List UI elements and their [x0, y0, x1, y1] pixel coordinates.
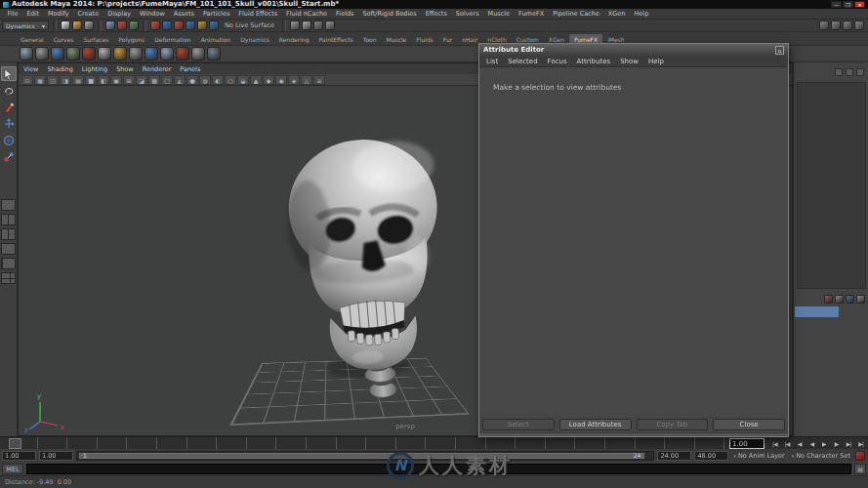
- viewport-toolbar-icon[interactable]: □: [161, 75, 173, 85]
- attribute-editor-menu-item[interactable]: Help: [648, 58, 664, 65]
- shelf-icon-11[interactable]: [176, 47, 189, 61]
- attribute-editor-button[interactable]: Select: [482, 419, 555, 430]
- lasso-tool[interactable]: [1, 83, 17, 98]
- shelf-tab[interactable]: Rendering: [274, 34, 314, 45]
- snap-point-icon[interactable]: [174, 20, 184, 30]
- attribute-editor-button[interactable]: Copy Tab: [637, 419, 709, 430]
- viewport-toolbar-icon[interactable]: ◍: [199, 75, 211, 85]
- channel-box-toggle-icon[interactable]: [843, 20, 852, 30]
- playback-button[interactable]: ▶|: [843, 440, 855, 447]
- animation-end-field[interactable]: [694, 451, 728, 461]
- menu-item[interactable]: Display: [103, 9, 136, 19]
- shelf-tab[interactable]: Animation: [196, 34, 236, 45]
- attribute-editor-menu-item[interactable]: Selected: [508, 58, 537, 65]
- construction-history-icon[interactable]: [290, 20, 300, 30]
- shelf-icon-9[interactable]: [145, 47, 158, 61]
- viewport-toolbar-icon[interactable]: ◧: [98, 75, 109, 85]
- close-button[interactable]: ✕: [854, 1, 865, 8]
- shelf-icon-13[interactable]: [207, 47, 221, 61]
- layer-options-icon[interactable]: [846, 295, 854, 304]
- menu-set-dropdown[interactable]: Dynamics ▾: [2, 20, 49, 30]
- viewport-toolbar-icon[interactable]: ◒: [237, 75, 249, 85]
- menu-item[interactable]: Particles: [198, 9, 233, 19]
- status-divider[interactable]: [53, 20, 57, 31]
- playback-start-field[interactable]: [39, 451, 73, 461]
- viewport-toolbar-icon[interactable]: ◭: [174, 75, 186, 85]
- menu-item[interactable]: Effects: [421, 9, 451, 19]
- new-layer-empty-icon[interactable]: [835, 295, 844, 304]
- character-set-dropdown[interactable]: ▾ No Character Set: [790, 452, 852, 460]
- menu-item[interactable]: FumeFX: [515, 9, 549, 19]
- shelf-icon-10[interactable]: [160, 47, 174, 61]
- anim-layer-dropdown[interactable]: ▾ No Anim Layer: [731, 452, 786, 460]
- layout-button-outliner[interactable]: [1, 258, 16, 269]
- paint-select-tool[interactable]: [1, 100, 17, 114]
- attribute-editor-title-bar[interactable]: Attribute Editor ▫: [479, 44, 788, 56]
- viewport-toolbar-icon[interactable]: ◆: [263, 75, 274, 85]
- menu-item[interactable]: Create: [73, 9, 103, 19]
- menu-item[interactable]: Soft/Rigid Bodies: [358, 9, 421, 19]
- menu-item[interactable]: Solvers: [451, 9, 483, 19]
- shelf-icon-12[interactable]: [191, 47, 205, 61]
- select-hierarchy-icon[interactable]: [105, 20, 115, 30]
- viewport-toolbar-icon[interactable]: ●: [186, 75, 198, 85]
- channel-list-area[interactable]: [797, 82, 866, 289]
- save-scene-icon[interactable]: [84, 20, 94, 30]
- viewport-toolbar-icon[interactable]: ▤: [72, 75, 84, 85]
- attribute-editor-menu-item[interactable]: Attributes: [577, 58, 611, 65]
- viewport-menu-item[interactable]: Renderer: [143, 65, 172, 73]
- menu-item[interactable]: Assets: [169, 9, 198, 19]
- status-divider[interactable]: [282, 20, 286, 31]
- select-tool[interactable]: [1, 66, 17, 81]
- shelf-tab[interactable]: Muscle: [382, 34, 412, 45]
- attribute-editor-menu-item[interactable]: Focus: [548, 58, 567, 65]
- snap-plane-icon[interactable]: [186, 20, 195, 30]
- layout-button-single[interactable]: [1, 199, 16, 211]
- render-settings-icon[interactable]: [325, 20, 335, 30]
- playback-button[interactable]: ◀: [806, 440, 818, 447]
- viewport-toolbar-icon[interactable]: ◫: [47, 75, 59, 85]
- shelf-tab[interactable]: Deformation: [149, 34, 195, 45]
- ipr-render-icon[interactable]: [313, 20, 323, 30]
- channel-speed-icon[interactable]: [846, 68, 853, 76]
- playback-button[interactable]: ▶|: [854, 440, 867, 447]
- status-divider[interactable]: [98, 20, 102, 31]
- menu-item[interactable]: Pipeline Cache: [549, 9, 604, 19]
- attribute-editor-close-icon[interactable]: ▫: [775, 46, 784, 55]
- viewport-toolbar-icon[interactable]: ○: [225, 75, 236, 85]
- attribute-editor-menu-item[interactable]: List: [486, 58, 498, 65]
- layout-button-four-view[interactable]: [1, 228, 16, 240]
- viewport-toolbar-icon[interactable]: ◉: [275, 75, 287, 85]
- channel-manipulator-icon[interactable]: [835, 68, 843, 76]
- viewport-toolbar-icon[interactable]: ▣: [110, 75, 122, 85]
- rotate-tool[interactable]: [1, 133, 17, 147]
- scale-tool[interactable]: [1, 149, 17, 164]
- viewport-toolbar-icon[interactable]: ▩: [148, 75, 160, 85]
- viewport-menu-item[interactable]: Panels: [180, 65, 200, 73]
- viewport-toolbar-icon[interactable]: ◪: [136, 75, 147, 85]
- snap-grid-icon[interactable]: [150, 20, 160, 30]
- layer-move-icon[interactable]: [856, 295, 865, 304]
- open-scene-icon[interactable]: [72, 20, 82, 30]
- attribute-editor-menu-item[interactable]: Show: [620, 58, 639, 65]
- viewport-toolbar-icon[interactable]: ■: [85, 75, 97, 85]
- viewport-toolbar-icon[interactable]: ◈: [288, 75, 300, 85]
- modeling-toolkit-toggle-icon[interactable]: [854, 20, 864, 30]
- playback-button[interactable]: |◀: [768, 440, 781, 447]
- attribute-editor-toggle-icon[interactable]: [819, 20, 829, 30]
- layout-button-two-stacked[interactable]: [1, 243, 16, 255]
- shelf-icon-3[interactable]: [51, 47, 64, 61]
- menu-item[interactable]: File: [3, 9, 22, 19]
- menu-item[interactable]: Muscle: [483, 9, 515, 19]
- viewport-toolbar-icon[interactable]: ⊡: [21, 75, 33, 85]
- menu-item[interactable]: XGen: [603, 9, 630, 19]
- shelf-tab[interactable]: Polygons: [113, 34, 149, 45]
- viewport-toolbar-icon[interactable]: ≡: [313, 75, 325, 85]
- playback-button[interactable]: |◀: [781, 440, 794, 447]
- playback-button[interactable]: ▶: [830, 440, 843, 447]
- viewport-menu-item[interactable]: Show: [116, 65, 134, 73]
- snap-curve-icon[interactable]: [162, 20, 172, 30]
- menu-item[interactable]: Modify: [43, 9, 73, 19]
- viewport-toolbar-icon[interactable]: ◨: [60, 75, 71, 85]
- attribute-editor-button[interactable]: Load Attributes: [559, 419, 632, 430]
